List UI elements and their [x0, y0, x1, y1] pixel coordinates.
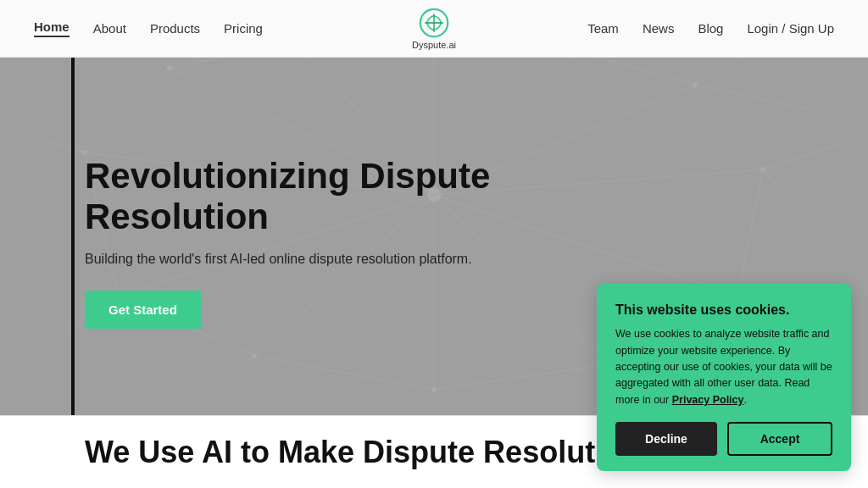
get-started-button[interactable]: Get Started	[85, 291, 201, 329]
bottom-title: We Use AI to Make Dispute Resolution S	[85, 435, 670, 470]
cookie-decline-button[interactable]: Decline	[615, 422, 717, 456]
nav-link-home[interactable]: Home	[34, 19, 70, 37]
nav-right: Team News Blog Login / Sign Up	[587, 21, 834, 36]
cookie-banner: This website uses cookies. We use cookie…	[597, 284, 851, 471]
hero-subtitle: Building the world's first AI-led online…	[85, 252, 551, 267]
cookie-title: This website uses cookies.	[615, 302, 832, 318]
cookie-accept-button[interactable]: Accept	[727, 422, 832, 456]
nav-left: Home About Products Pricing	[34, 19, 263, 37]
nav-link-about[interactable]: About	[93, 21, 126, 36]
logo-icon	[419, 8, 449, 38]
nav-link-pricing[interactable]: Pricing	[224, 21, 263, 36]
nav-logo[interactable]: Dyspute.ai	[412, 8, 456, 50]
logo-text: Dyspute.ai	[412, 40, 456, 50]
cookie-link-suffix: .	[743, 394, 746, 406]
hero-content: Revolutionizing Dispute Resolution Build…	[0, 156, 636, 329]
cookie-text: We use cookies to analyze website traffi…	[615, 326, 832, 408]
nav-link-products[interactable]: Products	[150, 21, 200, 36]
nav-link-blog[interactable]: Blog	[698, 21, 723, 36]
nav-link-login[interactable]: Login / Sign Up	[747, 21, 834, 36]
nav-link-news[interactable]: News	[643, 21, 675, 36]
navbar: Home About Products Pricing Dyspute.ai T…	[0, 0, 868, 58]
nav-link-team[interactable]: Team	[587, 21, 619, 36]
hero-title: Revolutionizing Dispute Resolution	[85, 156, 551, 238]
cookie-privacy-link[interactable]: Privacy Policy	[672, 394, 744, 406]
cookie-buttons: Decline Accept	[615, 422, 832, 456]
